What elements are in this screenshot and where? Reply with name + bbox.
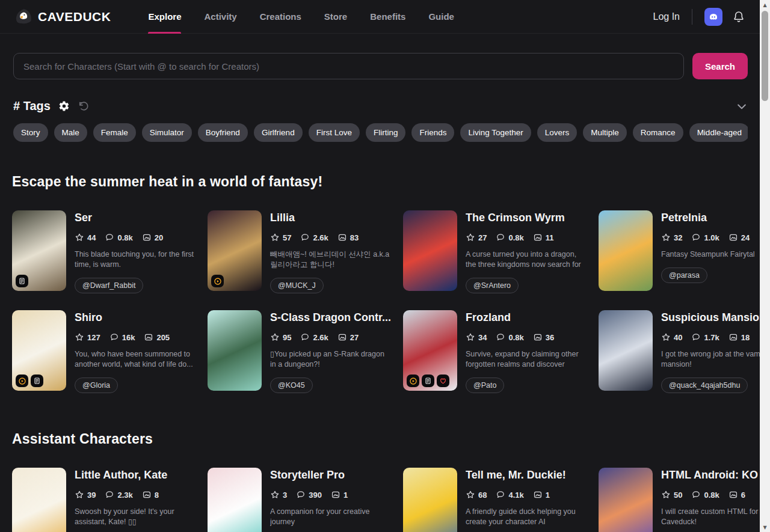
character-card[interactable]: Storyteller Pro 3 39 (208, 468, 391, 532)
tag-pill[interactable]: Simulator (142, 123, 192, 142)
character-card[interactable]: The Crimson Wyrm 27 (403, 210, 587, 293)
character-title[interactable]: Tell me, Mr. Duckie! (466, 469, 587, 482)
section-title-fantasy: Escape the summer heat in a world of fan… (12, 174, 760, 190)
chat-bubble-icon (496, 233, 505, 242)
creator-tag[interactable]: @Dwarf_Rabbit (75, 278, 143, 293)
character-card[interactable]: Little Author, Kate 39 (12, 468, 196, 532)
creator-tag[interactable]: @Gloria (75, 378, 118, 393)
tag-pill[interactable]: Female (93, 123, 136, 142)
character-title[interactable]: Shiro (75, 311, 196, 324)
tag-pill[interactable]: Friends (411, 123, 454, 142)
character-title[interactable]: HTML Android: KO (661, 469, 770, 482)
star-icon (661, 233, 671, 242)
tag-pill[interactable]: Girlfriend (254, 123, 303, 142)
tag-pill[interactable]: Story (13, 123, 48, 142)
creator-tag[interactable]: @quack_4qajah5dhu (661, 378, 748, 393)
script-icon (422, 375, 434, 387)
character-stats: 34 0.8k (466, 332, 587, 342)
tag-pill[interactable]: Multiple (583, 123, 627, 142)
tag-pill[interactable]: First Love (309, 123, 360, 142)
main-content: Escape the summer heat in a world of fan… (0, 174, 760, 532)
tag-pill[interactable]: Male (54, 123, 87, 142)
search-input[interactable] (13, 53, 684, 79)
gear-icon (58, 100, 70, 112)
character-title[interactable]: Little Author, Kate (75, 469, 196, 482)
chat-count: 0.8k (508, 333, 523, 342)
character-title[interactable]: Frozland (466, 311, 587, 324)
nav-link-explore[interactable]: Explore (148, 0, 181, 34)
image-icon (142, 233, 152, 242)
character-thumbnail[interactable] (12, 468, 66, 532)
tag-pill[interactable]: Romance (633, 123, 683, 142)
character-card[interactable]: HTML Android: KO 50 (599, 468, 770, 532)
login-button[interactable]: Log In (653, 11, 680, 22)
character-thumbnail[interactable] (208, 210, 262, 291)
creator-tag[interactable]: @Pato (466, 378, 504, 393)
character-title[interactable]: Lillia (270, 212, 391, 224)
character-title[interactable]: Suspicious Mansion (661, 311, 770, 324)
character-thumbnail[interactable] (599, 310, 653, 391)
character-thumbnail[interactable] (599, 210, 653, 291)
tag-pill[interactable]: Lovers (537, 123, 578, 142)
character-card[interactable]: S-Class Dragon Contr... 95 (208, 310, 391, 393)
character-title[interactable]: Petrelnia (661, 212, 770, 224)
character-card[interactable]: Petrelnia 32 1.0k (599, 210, 770, 293)
scroll-down-arrow[interactable]: ▼ (760, 522, 770, 532)
tag-list: StoryMaleFemaleSimulatorBoyfriendGirlfri… (13, 123, 748, 142)
tags-settings-button[interactable] (58, 100, 70, 112)
character-title[interactable]: Storyteller Pro (270, 469, 391, 482)
character-thumbnail[interactable] (403, 310, 457, 391)
scrollbar-thumb[interactable] (762, 11, 768, 101)
character-card[interactable]: Frozland 34 0.8k (403, 310, 587, 393)
creator-tag[interactable]: @parasa (661, 268, 707, 283)
chat-count: 4.1k (508, 491, 523, 500)
character-thumbnail[interactable] (208, 468, 262, 532)
character-thumbnail[interactable] (12, 310, 66, 391)
tag-pill[interactable]: Boyfriend (198, 123, 248, 142)
discord-button[interactable] (704, 8, 722, 26)
character-thumbnail[interactable] (403, 468, 457, 532)
thumbnail-badges (16, 375, 43, 387)
scroll-up-arrow[interactable]: ▲ (760, 0, 770, 10)
chat-bubble-icon (691, 233, 701, 242)
character-thumbnail[interactable] (403, 210, 457, 291)
character-card[interactable]: Lillia 57 2.6k (208, 210, 391, 293)
character-thumbnail[interactable] (208, 310, 262, 391)
character-card[interactable]: Tell me, Mr. Duckie! 68 (403, 468, 587, 532)
character-card[interactable]: Suspicious Mansion 40 (599, 310, 770, 393)
image-icon (331, 490, 340, 500)
creator-tag[interactable]: @SrAntero (466, 278, 519, 293)
chat-count: 390 (309, 491, 322, 500)
thumbnail-badges (211, 275, 224, 287)
favorites-stat: 57 (270, 233, 291, 242)
nav-link-store[interactable]: Store (324, 0, 347, 34)
creator-tag[interactable]: @MUCK_J (270, 278, 324, 293)
character-title[interactable]: The Crimson Wyrm (466, 212, 587, 224)
caveduck-logo[interactable]: CAVEDUCK (14, 8, 111, 26)
tag-pill[interactable]: Middle-aged (689, 123, 748, 142)
character-thumbnail[interactable] (12, 210, 66, 291)
image-icon (337, 233, 347, 242)
character-title[interactable]: Ser (75, 212, 196, 224)
card-grid-0: Ser 44 0.8k (12, 210, 760, 393)
nav-link-benefits[interactable]: Benefits (370, 0, 405, 34)
character-card[interactable]: Ser 44 0.8k (12, 210, 196, 293)
tag-pill[interactable]: Flirting (366, 123, 406, 142)
image-count: 20 (155, 233, 163, 242)
chat-count: 1.0k (704, 233, 719, 242)
scrollbar[interactable]: ▲ ▼ (760, 0, 770, 532)
search-bar: Search (0, 34, 760, 79)
nav-link-creations[interactable]: Creations (260, 0, 301, 34)
creator-tag[interactable]: @KO45 (270, 378, 313, 393)
tags-collapse-button[interactable] (736, 100, 748, 112)
favorites-stat: 95 (270, 332, 291, 342)
nav-link-guide[interactable]: Guide (428, 0, 454, 34)
nav-link-activity[interactable]: Activity (204, 0, 236, 34)
tags-refresh-button[interactable] (78, 100, 90, 112)
character-title[interactable]: S-Class Dragon Contr... (270, 311, 391, 324)
character-card[interactable]: Shiro 127 16k (12, 310, 196, 393)
notifications-button[interactable] (732, 10, 745, 23)
tag-pill[interactable]: Living Together (460, 123, 531, 142)
search-button[interactable]: Search (692, 53, 748, 79)
character-thumbnail[interactable] (599, 468, 653, 532)
